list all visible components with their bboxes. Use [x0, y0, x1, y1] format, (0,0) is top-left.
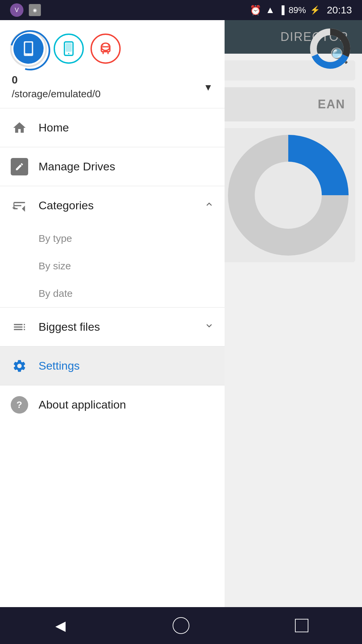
sidebar-item-by-date[interactable]: By date — [0, 280, 225, 307]
recent-apps-button[interactable] — [288, 612, 315, 639]
svg-point-15 — [103, 46, 105, 48]
categories-label: Categories — [39, 199, 94, 212]
by-date-label: By date — [39, 288, 73, 299]
home-label: Home — [39, 121, 69, 134]
sidebar-item-manage-drives[interactable]: Manage Drives — [0, 147, 225, 186]
status-bar: V ◉ ⏰ ▲ ▐ 89% ⚡ 20:13 — [0, 0, 362, 20]
biggest-files-chevron-down-icon[interactable] — [204, 320, 215, 333]
categories-chevron-up-icon[interactable] — [204, 199, 215, 212]
phone-icon — [20, 41, 37, 57]
svg-point-16 — [107, 46, 108, 48]
home-button[interactable] — [168, 612, 194, 639]
biggest-files-label: Biggest files — [39, 320, 100, 333]
svg-rect-6 — [25, 43, 32, 53]
by-type-label: By type — [39, 233, 72, 244]
sidebar-item-settings[interactable]: Settings — [0, 346, 225, 385]
nav-list: Home Manage Drives — [0, 108, 225, 607]
sim-icon: ◉ — [29, 4, 41, 16]
svg-point-10 — [68, 53, 69, 54]
settings-icon — [10, 357, 28, 375]
home-icon — [10, 118, 28, 137]
manage-drives-label: Manage Drives — [39, 160, 115, 173]
manage-drives-icon — [10, 157, 28, 176]
storage-path-row[interactable]: 0 /storage/emulated/0 ▼ — [10, 74, 215, 101]
sidebar-item-by-size[interactable]: By size — [0, 252, 225, 280]
sidebar-item-about[interactable]: ? About application — [0, 385, 225, 424]
categories-icon — [10, 196, 28, 215]
svg-point-4 — [255, 162, 322, 229]
svg-point-7 — [28, 54, 29, 55]
storage-path-text: /storage/emulated/0 — [12, 86, 101, 101]
settings-label: Settings — [39, 359, 80, 372]
status-bar-left: V ◉ — [10, 3, 41, 17]
sidebar-item-biggest-files[interactable]: Biggest files — [0, 308, 225, 346]
recent-apps-square — [295, 619, 308, 632]
storage-count: 0 — [12, 74, 101, 86]
sidebar-item-by-type[interactable]: By type — [0, 225, 225, 252]
bottom-navigation: ◀ — [0, 607, 362, 644]
svg-rect-5 — [24, 41, 33, 56]
status-bar-right: ⏰ ▲ ▐ 89% ⚡ 20:13 — [250, 4, 352, 16]
svg-rect-9 — [66, 43, 72, 52]
about-label: About application — [39, 398, 126, 411]
status-time: 20:13 — [327, 4, 352, 16]
biggest-files-icon — [10, 318, 28, 336]
drawer-header: 0 /storage/emulated/0 ▼ — [0, 20, 225, 108]
storage-dropdown-arrow[interactable]: ▼ — [203, 82, 213, 93]
wifi-icon: ▲ — [265, 5, 275, 15]
storage-path-info: 0 /storage/emulated/0 — [12, 74, 101, 101]
battery-percentage: 89% — [289, 5, 306, 15]
battery-icon: ⚡ — [310, 5, 320, 15]
alarm-icon: ⏰ — [250, 5, 261, 16]
home-button-circle — [173, 617, 189, 634]
about-icon: ? — [10, 395, 28, 414]
app-logo-inner — [13, 34, 44, 64]
device-button-orange[interactable] — [90, 34, 121, 64]
device-button-teal[interactable] — [54, 34, 84, 64]
drawer-icons-row — [10, 30, 215, 67]
side-drawer: 0 /storage/emulated/0 ▼ Home — [0, 20, 225, 607]
android-icon — [98, 41, 113, 56]
viber-icon: V — [10, 3, 23, 17]
teal-device-icon — [61, 41, 76, 56]
bg-action-label: EAN — [318, 97, 345, 111]
app-logo[interactable] — [10, 30, 47, 67]
by-size-label: By size — [39, 260, 71, 271]
sidebar-item-home[interactable]: Home — [0, 108, 225, 147]
bg-donut-chart — [308, 27, 352, 72]
sidebar-item-categories[interactable]: Categories — [0, 186, 225, 225]
back-button[interactable]: ◀ — [47, 612, 74, 639]
signal-icon: ▐ — [279, 5, 285, 15]
